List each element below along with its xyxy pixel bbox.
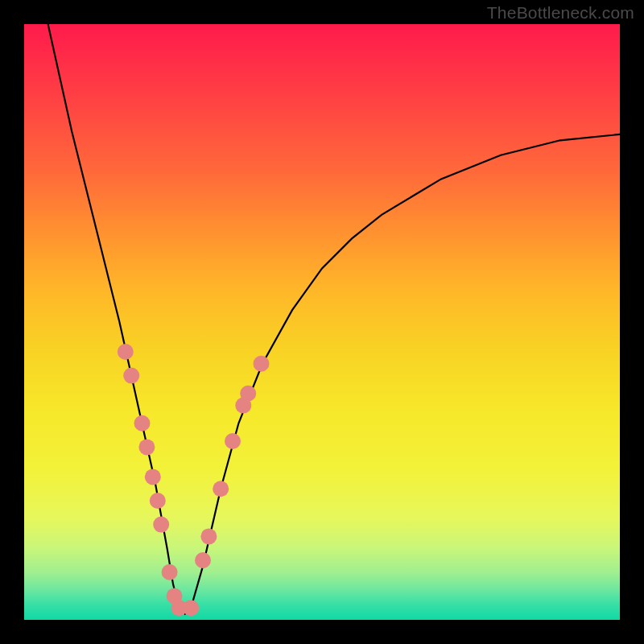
watermark-label: TheBottleneck.com	[487, 3, 634, 23]
data-marker	[240, 386, 256, 402]
data-marker	[153, 517, 169, 533]
data-marker	[123, 368, 139, 384]
data-marker	[150, 493, 166, 509]
markers-group	[118, 344, 270, 616]
plot-area	[24, 24, 620, 620]
data-marker	[254, 356, 270, 372]
data-marker	[118, 344, 134, 360]
data-marker	[225, 433, 241, 449]
data-marker	[213, 481, 229, 497]
data-marker	[183, 600, 199, 616]
data-marker	[195, 552, 211, 568]
bottleneck-curve	[48, 24, 620, 614]
data-marker	[138, 439, 155, 455]
data-marker	[162, 564, 178, 580]
data-marker	[134, 415, 151, 431]
chart-svg	[24, 24, 620, 620]
data-marker	[200, 528, 217, 544]
chart-container: TheBottleneck.com	[0, 0, 644, 644]
data-marker	[145, 469, 161, 485]
